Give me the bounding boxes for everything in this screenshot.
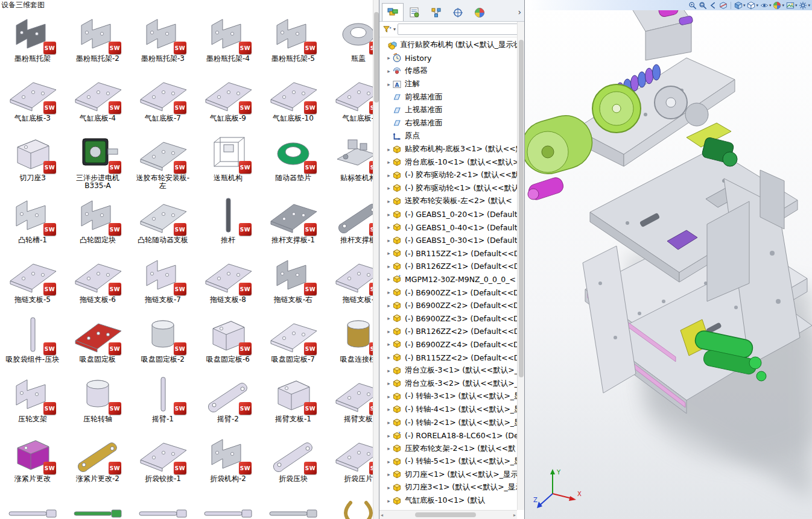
expand-arrow[interactable]: ▸ <box>385 146 392 153</box>
tree-item[interactable]: ▸滑台立板-3<2> (默认<<默认>_ <box>379 377 517 390</box>
tree-item[interactable]: ▸(-) GEABS1_0-30<1> (Default< <box>379 234 517 247</box>
part-item[interactable]: SW吸盘固定板-7 <box>261 309 326 369</box>
part-item[interactable]: SW折袋铰接-1 <box>130 429 195 488</box>
part-item[interactable]: SW墨粉瓶托架-2 <box>65 8 130 68</box>
tree-item[interactable]: ▸(-) BR115ZZ<1> (Default<<De <box>379 247 517 260</box>
tree-item[interactable]: ▸(-) RORELA18-8-LC60<1> (Def <box>379 429 517 442</box>
hide-show-items-icon[interactable]: ▾ <box>760 1 772 10</box>
part-item[interactable]: SW吸盘连接柱 <box>326 309 373 369</box>
assembly-3d-model[interactable] <box>525 0 812 519</box>
part-item[interactable]: SW凸轮槽-1 <box>0 190 65 250</box>
tree-item[interactable]: ▸贴胶布机构-底板3<1> (默认<<默 <box>379 143 517 156</box>
part-item[interactable]: SW摇臂支板-1 <box>261 369 326 429</box>
expand-arrow[interactable]: ▸ <box>385 498 392 504</box>
tree-item[interactable]: ▸(-) BR126ZZ<1> (Default<<De <box>379 260 517 273</box>
part-item[interactable]: SW拖链支板-8 <box>195 250 261 309</box>
part-item[interactable]: SW <box>326 488 373 519</box>
part-item[interactable]: SW三洋步进电机 B335-A <box>65 128 130 190</box>
tree-item[interactable]: ▸(-) BR126ZZ<2> (Default<<De <box>379 325 517 338</box>
expand-arrow[interactable]: ▸ <box>385 459 392 465</box>
part-item[interactable]: SW涨紧片更改 <box>0 429 65 488</box>
graphics-viewport[interactable]: ▾▾▾▾▾▾ <box>525 0 812 519</box>
tree-item[interactable]: ▸压胶布轮支架-2<1> (默认<<默 <box>379 442 517 455</box>
part-item[interactable]: SW凸轮固定块 <box>65 190 130 250</box>
part-item[interactable]: SW吸盘固定板-6 <box>195 309 261 369</box>
part-item[interactable]: SW摇臂支板 <box>326 369 373 429</box>
expand-arrow[interactable]: ▸ <box>385 212 392 218</box>
tree-vertical-scrollbar[interactable] <box>517 22 524 510</box>
part-item[interactable]: SW <box>195 488 261 519</box>
tree-item[interactable]: ▸(-) B6900ZZ<4> (Default<<De <box>379 338 517 351</box>
part-item[interactable]: SW气缸底板-4 <box>65 68 130 128</box>
tree-item[interactable]: 前视基准面 <box>379 90 517 104</box>
view-settings-icon[interactable]: ▾ <box>799 1 810 10</box>
tree-item[interactable]: ▸(-) GEABS1_0-20<1> (Default< <box>379 208 517 221</box>
part-item[interactable]: SW吸盘固定板-2 <box>130 309 195 369</box>
expand-arrow[interactable]: ▸ <box>385 276 392 282</box>
part-item[interactable]: SW <box>65 488 130 519</box>
expand-arrow[interactable]: ▸ <box>385 433 392 439</box>
part-item[interactable]: SW折袋压片 <box>326 429 373 488</box>
expand-arrow[interactable]: ▸ <box>385 198 392 204</box>
tree-item[interactable]: 直行贴胶布机构 (默认<默认_显示状 <box>379 39 517 52</box>
part-item[interactable]: SW气缸底板-3 <box>0 68 65 128</box>
tree-item[interactable]: ▸(-) BR115ZZ<2> (Default<<De <box>379 351 517 364</box>
part-item[interactable]: SW送瓶机构 <box>195 128 261 190</box>
part-item[interactable]: SW折袋机构-2 <box>195 429 261 488</box>
part-item[interactable]: SW送胶布轮安装板- 左 <box>130 128 195 190</box>
part-item[interactable]: SW折袋压块 <box>261 429 326 488</box>
part-item[interactable]: SW瓶盖 <box>326 8 373 68</box>
expand-arrow[interactable]: ▸ <box>385 68 392 74</box>
expand-arrow[interactable]: ▸ <box>385 237 392 244</box>
tree-item[interactable]: ▸(-) B6900ZZ<2> (Default<<De <box>379 299 517 312</box>
tab-configurationmanager[interactable] <box>425 3 447 21</box>
expand-arrow[interactable]: ▸ <box>385 394 392 400</box>
tree-item[interactable]: ▸(-) B6900ZZ<1> (Default<<De <box>379 286 517 299</box>
scrollbar-thumb[interactable] <box>519 40 524 377</box>
part-item[interactable]: SW墨粉瓶托架-4 <box>195 8 261 68</box>
expand-arrow[interactable]: ▸ <box>385 354 392 360</box>
tree-item[interactable]: ▸(-) 转轴-2<1> (默认<<默认>_显 <box>379 416 517 429</box>
part-item[interactable]: SW <box>0 488 65 519</box>
dropdown-arrow[interactable]: ▾ <box>743 3 746 8</box>
tree-item[interactable]: ▸(-) 胶布驱动轮<1> (默认<<默认 <box>379 182 517 195</box>
tree-horizontal-scrollbar[interactable]: ◂ ▸ <box>379 510 517 519</box>
part-item[interactable]: SW吸胶袋组件-压块 <box>0 309 65 369</box>
part-item[interactable]: SW压轮转轴 <box>65 369 130 429</box>
tree-item[interactable]: ▸切刀座<1> (默认<<默认>_显示 <box>379 468 517 482</box>
expand-arrow[interactable]: ▸ <box>385 303 392 309</box>
tree-item[interactable]: ▸滑台底板-10<1> (默认<<默认>_ <box>379 156 517 169</box>
part-item[interactable]: SW拖链支板-6 <box>65 250 130 309</box>
tree-item[interactable]: ▸A注解 <box>379 78 517 91</box>
apply-scene-icon[interactable]: ▾ <box>786 1 798 10</box>
expand-arrow[interactable]: ▸ <box>385 185 392 191</box>
part-item[interactable]: SW拖链支板-右 <box>261 250 326 309</box>
tab-featuremanager[interactable] <box>382 3 404 21</box>
tab-overflow-chevron[interactable]: › <box>518 7 521 17</box>
tab-propertymanager[interactable] <box>404 3 425 21</box>
expand-arrow[interactable]: ▸ <box>385 406 392 412</box>
part-item[interactable]: SW推杆 <box>195 190 261 250</box>
scroll-right-arrow[interactable]: ▸ <box>513 512 516 518</box>
part-item[interactable]: SW推杆支撑板-1 <box>261 190 326 250</box>
part-item[interactable]: SW拖链支板- <box>326 250 373 309</box>
tree-item[interactable]: ▸传感器 <box>379 64 517 78</box>
expand-arrow[interactable]: ▸ <box>385 172 392 178</box>
tree-item[interactable]: ▸(-) GEABS1_0-40<1> (Default< <box>379 221 517 234</box>
part-item[interactable]: SW吸盘固定板 <box>65 309 130 369</box>
expand-arrow[interactable]: ▸ <box>385 55 392 61</box>
expand-arrow[interactable]: ▸ <box>385 485 392 491</box>
previous-view-icon[interactable] <box>709 1 717 10</box>
scrollbar-thumb[interactable] <box>374 12 379 102</box>
dropdown-arrow[interactable]: ▾ <box>769 3 772 8</box>
zoom-to-area-icon[interactable] <box>699 1 707 10</box>
part-item[interactable]: SW凸轮随动器支板 <box>130 190 195 250</box>
dropdown-arrow[interactable]: ▾ <box>756 3 758 8</box>
expand-arrow[interactable]: ▸ <box>385 368 392 374</box>
part-item[interactable]: SW墨粉瓶托架 <box>0 8 65 68</box>
part-item[interactable]: SW气缸底板-9 <box>195 68 261 128</box>
expand-arrow[interactable]: ▸ <box>385 224 392 230</box>
dropdown-arrow[interactable]: ▾ <box>795 3 798 8</box>
filter-dropdown-arrow[interactable]: ▾ <box>393 27 396 32</box>
part-item[interactable]: SW拖链支板-7 <box>130 250 195 309</box>
